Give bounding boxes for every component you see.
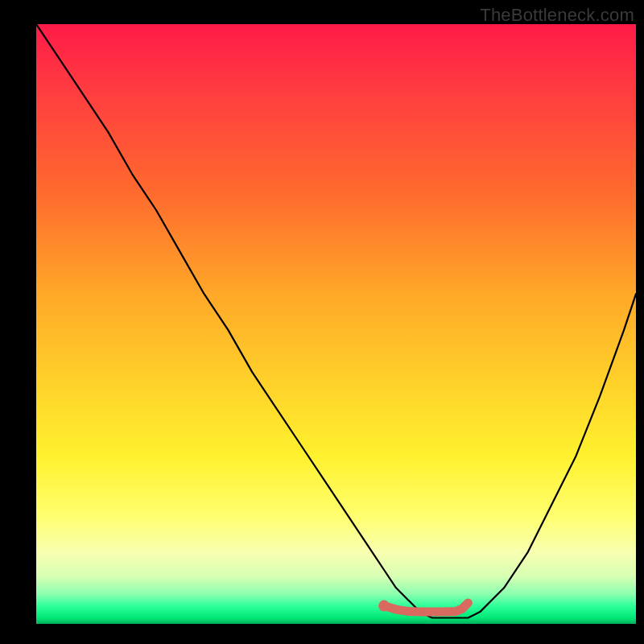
watermark-text: TheBottleneck.com <box>480 5 634 26</box>
chart-svg <box>36 24 636 624</box>
bottleneck-curve <box>36 24 636 618</box>
chart-frame: TheBottleneck.com <box>0 0 644 644</box>
plot-area <box>36 24 636 624</box>
optimal-range-highlight <box>384 603 468 612</box>
selected-point-marker <box>378 601 390 612</box>
